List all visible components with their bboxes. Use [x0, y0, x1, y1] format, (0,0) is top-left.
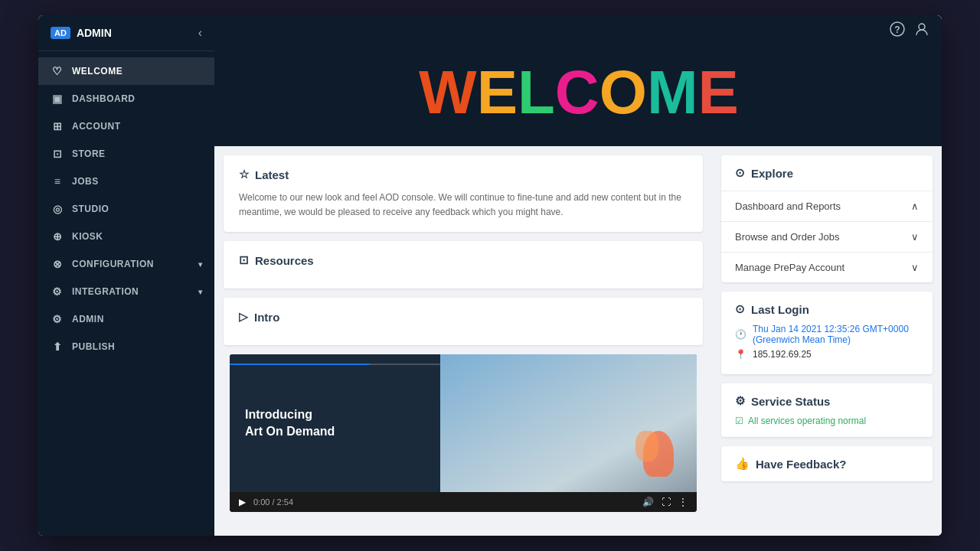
letter-o: O — [599, 62, 645, 123]
sidebar-item-label: STORE — [72, 148, 106, 159]
sidebar-item-dashboard[interactable]: ▣ DASHBOARD — [38, 85, 214, 112]
explore-item-jobs[interactable]: Browse and Order Jobs ∨ — [721, 221, 933, 252]
latest-card: ☆ Latest Welcome to our new look and fee… — [224, 155, 703, 232]
svg-text:?: ? — [894, 24, 900, 35]
kiosk-icon: ⊕ — [51, 230, 64, 243]
letter-w: W — [419, 62, 475, 123]
video-title: Introducing Art On Demand — [245, 406, 425, 441]
svg-point-2 — [919, 24, 925, 30]
video-thumbnail: Introducing Art On Demand — [230, 354, 697, 492]
sidebar: AD ADMIN ‹ ♡ WELCOME ▣ DASHBOARD ⊞ ACCOU… — [38, 15, 214, 536]
intro-card: ▷ Intro — [224, 298, 703, 345]
explore-item-dashboard[interactable]: Dashboard and Reports ∧ — [721, 191, 933, 221]
explore-icon: ⊙ — [735, 166, 745, 180]
letter-e1: E — [477, 62, 516, 123]
integration-icon: ⚙ — [51, 285, 64, 298]
more-options-icon[interactable]: ⋮ — [678, 497, 688, 507]
main-content: ? W E L C O M — [214, 15, 942, 536]
sidebar-item-label: JOBS — [72, 176, 99, 187]
feedback-card: 👍 Have Feedback? — [721, 446, 933, 481]
account-icon: ⊞ — [51, 120, 64, 132]
service-icon: ⚙ — [735, 394, 745, 408]
resources-icon: ⊡ — [239, 253, 249, 267]
sidebar-item-welcome[interactable]: ♡ WELCOME — [38, 57, 214, 85]
brand-badge: AD — [51, 27, 70, 39]
chevron-up-icon: ∧ — [911, 201, 919, 212]
intro-title: ▷ Intro — [239, 310, 688, 324]
service-status-title: ⚙ Service Status — [735, 394, 919, 408]
explore-header: ⊙ Explore — [721, 155, 933, 191]
sidebar-item-integration[interactable]: ⚙ INTEGRATION ▾ — [38, 278, 214, 305]
sidebar-item-jobs[interactable]: ≡ JOBS — [38, 168, 214, 195]
last-login-datetime: Thu Jan 14 2021 12:35:26 GMT+0000 (Green… — [753, 324, 919, 345]
volume-icon[interactable]: 🔊 — [642, 497, 654, 507]
sidebar-item-studio[interactable]: ◎ STUDIO — [38, 195, 214, 223]
sidebar-item-account[interactable]: ⊞ ACCOUNT — [38, 112, 214, 140]
topbar: ? — [214, 15, 942, 47]
time-icon: 🕐 — [735, 329, 746, 340]
help-icon[interactable]: ? — [890, 21, 905, 41]
last-login-ip: 185.192.69.25 — [753, 349, 812, 360]
sidebar-item-label: ACCOUNT — [72, 121, 121, 132]
sidebar-item-store[interactable]: ⊡ STORE — [38, 140, 214, 168]
service-status-card: ⚙ Service Status ☑ All services operatin… — [721, 383, 933, 437]
sidebar-item-label: STUDIO — [72, 204, 109, 214]
dashboard-icon: ▣ — [51, 93, 64, 105]
store-icon: ⊡ — [51, 148, 64, 160]
chevron-down-icon: ∨ — [911, 262, 919, 273]
time-display: 0:00 / 2:54 — [253, 497, 293, 507]
sidebar-header: AD ADMIN ‹ — [38, 15, 214, 51]
video-progress-fill — [230, 364, 370, 365]
play-icon: ▷ — [239, 310, 248, 324]
content-sidebar: ⊙ Explore Dashboard and Reports ∧ Browse… — [712, 146, 942, 536]
last-login-datetime-row: 🕐 Thu Jan 14 2021 12:35:26 GMT+0000 (Gre… — [735, 324, 919, 345]
letter-e2: E — [698, 62, 737, 123]
publish-icon: ⬆ — [51, 341, 64, 353]
sidebar-brand: AD ADMIN — [51, 27, 112, 39]
configuration-icon: ⊗ — [51, 258, 64, 270]
last-login-title: ⊙ Last Login — [735, 302, 919, 316]
user-icon[interactable] — [914, 21, 929, 41]
chevron-down-icon: ▾ — [198, 288, 203, 296]
clock-icon: ⊙ — [735, 302, 745, 316]
sidebar-collapse-button[interactable]: ‹ — [198, 26, 202, 40]
welcome-banner: W E L C O M E — [214, 47, 942, 146]
sidebar-item-kiosk[interactable]: ⊕ KIOSK — [38, 223, 214, 250]
last-login-ip-row: 📍 185.192.69.25 — [735, 349, 919, 360]
video-left-panel: Introducing Art On Demand — [230, 354, 440, 492]
brand-name: ADMIN — [77, 27, 112, 39]
check-icon: ☑ — [735, 416, 743, 426]
letter-l: L — [518, 62, 554, 123]
sidebar-item-configuration[interactable]: ⊗ CONFIGURATION ▾ — [38, 250, 214, 278]
star-icon: ☆ — [239, 168, 249, 181]
sidebar-item-label: INTEGRATION — [72, 286, 139, 297]
latest-title: ☆ Latest — [239, 168, 688, 181]
sidebar-item-admin[interactable]: ⚙ ADMIN — [38, 305, 214, 333]
browser-window: AD ADMIN ‹ ♡ WELCOME ▣ DASHBOARD ⊞ ACCOU… — [38, 15, 942, 536]
resources-card: ⊡ Resources — [224, 241, 703, 289]
heart-icon: ♡ — [51, 65, 64, 77]
sidebar-item-publish[interactable]: ⬆ PUBLISH — [38, 333, 214, 360]
video-container: Introducing Art On Demand ▶ — [230, 354, 697, 512]
explore-item-prepay[interactable]: Manage PrePay Account ∨ — [721, 252, 933, 282]
admin-icon: ⚙ — [51, 313, 64, 325]
location-icon: 📍 — [735, 349, 746, 360]
jobs-icon: ≡ — [51, 175, 64, 187]
thumbs-up-icon: 👍 — [735, 457, 750, 471]
chevron-down-icon: ∨ — [911, 231, 919, 243]
content-main: ☆ Latest Welcome to our new look and fee… — [214, 146, 712, 536]
studio-icon: ◎ — [51, 203, 64, 215]
sidebar-item-label: CONFIGURATION — [72, 259, 154, 269]
feedback-title: 👍 Have Feedback? — [735, 457, 919, 471]
video-controls: ▶ 0:00 / 2:54 🔊 ⛶ ⋮ — [230, 492, 697, 512]
service-status-ok: ☑ All services operating normal — [735, 416, 919, 426]
app-container: AD ADMIN ‹ ♡ WELCOME ▣ DASHBOARD ⊞ ACCOU… — [38, 15, 942, 536]
welcome-title: W E L C O M E — [237, 62, 919, 123]
video-right-panel — [440, 354, 697, 492]
fullscreen-icon[interactable]: ⛶ — [662, 497, 671, 507]
sidebar-item-label: KIOSK — [72, 231, 103, 242]
latest-text: Welcome to our new look and feel AOD con… — [239, 191, 688, 220]
play-button[interactable]: ▶ — [239, 497, 246, 507]
resources-title: ⊡ Resources — [239, 253, 688, 267]
letter-c: C — [555, 62, 598, 123]
